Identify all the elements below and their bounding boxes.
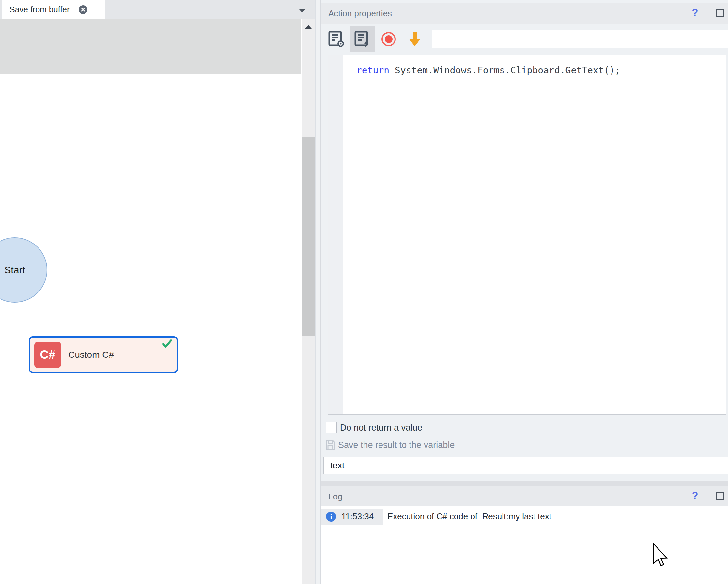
log-message: Execution of C# code of Result:my last t… [383, 509, 728, 525]
maximize-icon[interactable] [716, 9, 724, 17]
do-not-return-row[interactable]: Do not return a value [326, 422, 422, 433]
record-button[interactable] [376, 26, 401, 52]
code-keyword: return [356, 65, 389, 76]
log-title: Log [328, 486, 342, 507]
horizontal-divider[interactable] [321, 481, 728, 486]
flow-canvas-panel: Save from buffer Start C# Custom C [0, 0, 320, 584]
script-settings-button[interactable] [324, 26, 349, 52]
action-title-input[interactable] [432, 30, 728, 48]
tab-save-from-buffer[interactable]: Save from buffer [2, 0, 105, 19]
canvas-scrollbar[interactable] [302, 19, 315, 584]
scroll-up-arrow-icon[interactable] [302, 22, 315, 32]
tab-bar: Save from buffer [0, 0, 320, 19]
insert-down-arrow-button[interactable] [402, 26, 427, 52]
right-side: Action properties ? [320, 0, 728, 584]
variable-name-input[interactable] [323, 457, 728, 474]
log-time-cell: i 11:53:34 [321, 509, 383, 525]
do-not-return-checkbox[interactable] [326, 422, 337, 433]
log-help-icon[interactable]: ? [689, 490, 701, 503]
start-node[interactable]: Start [0, 237, 47, 303]
scrollbar-thumb[interactable] [302, 137, 315, 336]
help-icon[interactable]: ? [689, 7, 701, 20]
floppy-disk-icon [325, 440, 335, 450]
custom-csharp-node[interactable]: C# Custom C# [29, 336, 178, 373]
action-toolbar [321, 24, 728, 55]
app-window: Save from buffer Start C# Custom C [0, 0, 728, 584]
node-label: Custom C# [68, 350, 114, 360]
log-maximize-icon[interactable] [716, 492, 724, 500]
csharp-icon: C# [34, 342, 61, 368]
save-result-row: Save the result to the variable [325, 440, 454, 450]
save-result-label: Save the result to the variable [338, 440, 454, 450]
do-not-return-label: Do not return a value [340, 423, 422, 433]
panel-title: Action properties [328, 3, 392, 24]
canvas-top-band [0, 19, 301, 74]
tab-close-icon[interactable] [79, 5, 87, 14]
script-run-button[interactable] [350, 26, 375, 52]
log-entry[interactable]: i 11:53:34 Execution of C# code of Resul… [321, 509, 728, 525]
code-body: System.Windows.Forms.Clipboard.GetText()… [389, 65, 620, 76]
tab-list-dropdown-icon[interactable] [296, 7, 308, 15]
panel-splitter[interactable] [315, 0, 320, 584]
log-panel: Log ? i 11:53:34 Execution of C# code of… [321, 486, 728, 584]
flow-canvas[interactable]: Start C# Custom C# [0, 74, 302, 584]
log-header: Log ? [321, 486, 728, 506]
start-node-label: Start [4, 264, 25, 276]
action-properties-header: Action properties ? [321, 3, 728, 24]
tab-label: Save from buffer [9, 5, 70, 15]
code-editor-gutter [328, 55, 343, 414]
code-editor[interactable]: return System.Windows.Forms.Clipboard.Ge… [328, 55, 726, 414]
info-icon: i [326, 511, 336, 522]
code-line: return System.Windows.Forms.Clipboard.Ge… [356, 65, 620, 76]
log-timestamp: 11:53:34 [341, 511, 374, 522]
success-check-icon [162, 339, 172, 349]
